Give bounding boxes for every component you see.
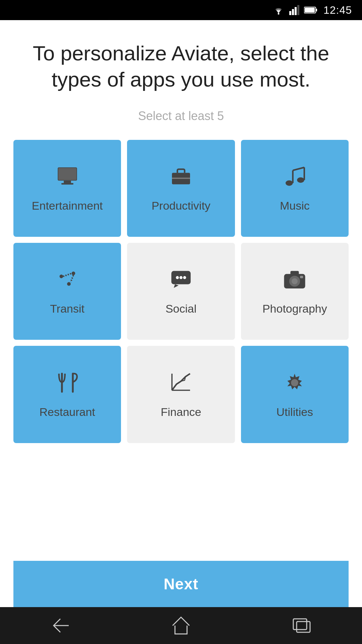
svg-rect-7 — [305, 8, 315, 12]
svg-point-14 — [286, 180, 293, 186]
subtitle-text: Select at least 5 — [138, 109, 224, 123]
svg-rect-1 — [289, 11, 291, 15]
recents-icon — [292, 617, 312, 634]
main-content: To personalize Aviate, select the types … — [0, 20, 362, 607]
category-label-finance: Finance — [161, 406, 201, 419]
home-button[interactable] — [161, 614, 201, 637]
page-headline: To personalize Aviate, select the types … — [30, 40, 332, 92]
category-label-entertainment: Entertainment — [32, 199, 103, 212]
home-icon — [171, 615, 191, 636]
transit-icon — [55, 267, 79, 295]
category-label-photography: Photography — [262, 302, 327, 315]
svg-point-20 — [71, 272, 75, 275]
svg-rect-13 — [172, 178, 190, 179]
category-label-transit: Transit — [50, 302, 84, 315]
svg-rect-3 — [295, 7, 297, 15]
category-tile-entertainment[interactable]: Entertainment — [13, 140, 121, 237]
category-label-music: Music — [280, 199, 310, 212]
svg-point-0 — [278, 13, 279, 15]
category-tile-social[interactable]: Social — [127, 243, 235, 340]
next-button[interactable]: Next — [13, 561, 349, 607]
category-label-productivity: Productivity — [152, 199, 210, 212]
category-grid: EntertainmentProductivityMusicTransitSoc… — [13, 140, 349, 443]
svg-rect-6 — [316, 9, 317, 11]
utensils-icon — [55, 371, 79, 398]
category-tile-finance[interactable]: Finance — [127, 346, 235, 443]
gear-icon — [283, 371, 307, 398]
music-icon — [283, 164, 307, 192]
svg-point-25 — [183, 276, 186, 279]
svg-point-15 — [297, 177, 305, 183]
svg-rect-4 — [297, 5, 299, 15]
svg-rect-11 — [58, 168, 76, 180]
svg-point-24 — [179, 276, 182, 279]
camera-icon — [283, 267, 307, 295]
svg-rect-10 — [61, 183, 73, 185]
svg-rect-30 — [300, 276, 303, 278]
svg-point-34 — [291, 379, 299, 386]
svg-rect-9 — [64, 181, 71, 183]
battery-icon — [304, 6, 317, 14]
signal-icon — [289, 5, 299, 15]
category-label-utilities: Utilities — [277, 406, 313, 419]
svg-point-21 — [67, 282, 71, 286]
category-label-social: Social — [166, 302, 197, 315]
recents-button[interactable] — [282, 614, 322, 637]
category-tile-utilities[interactable]: Utilities — [241, 346, 349, 443]
svg-rect-36 — [293, 619, 307, 630]
svg-point-28 — [292, 278, 298, 284]
svg-point-23 — [176, 276, 179, 279]
category-tile-photography[interactable]: Photography — [241, 243, 349, 340]
chat-icon — [169, 267, 193, 295]
category-tile-restaurant[interactable]: Restaurant — [13, 346, 121, 443]
chart-icon — [169, 371, 193, 398]
back-icon — [50, 617, 70, 634]
category-label-restaurant: Restaurant — [40, 406, 95, 419]
svg-rect-37 — [297, 622, 310, 632]
category-tile-transit[interactable]: Transit — [13, 243, 121, 340]
svg-rect-29 — [291, 271, 299, 275]
clock: 12:45 — [323, 4, 352, 16]
back-button[interactable] — [40, 614, 80, 637]
wifi-icon — [273, 5, 285, 15]
status-bar: 12:45 — [0, 0, 362, 20]
category-tile-productivity[interactable]: Productivity — [127, 140, 235, 237]
svg-point-19 — [59, 275, 63, 278]
svg-rect-2 — [292, 9, 294, 15]
monitor-icon — [55, 164, 79, 192]
nav-bar — [0, 607, 362, 644]
status-icons — [273, 5, 317, 15]
briefcase-icon — [169, 164, 193, 192]
svg-line-18 — [293, 167, 304, 170]
category-tile-music[interactable]: Music — [241, 140, 349, 237]
